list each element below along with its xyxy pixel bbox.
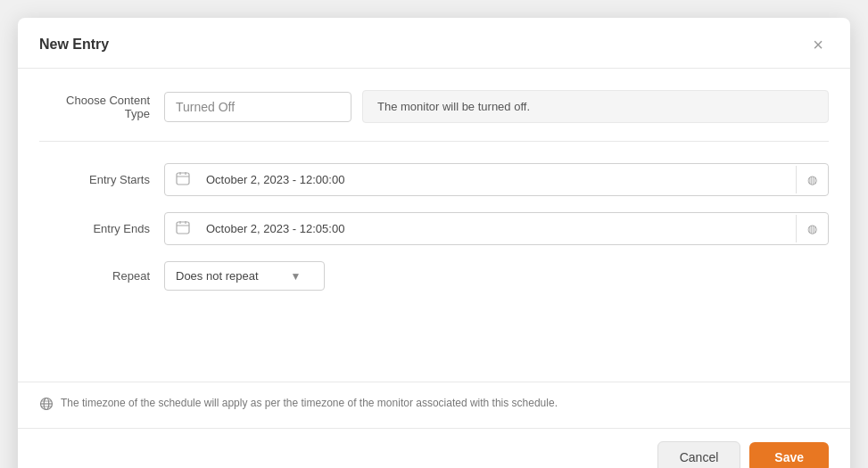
entry-starts-chevron[interactable]: ◍ [796,166,828,193]
entry-starts-value: October 2, 2023 - 12:00:00 [199,165,796,194]
entry-ends-value: October 2, 2023 - 12:05:00 [199,214,796,243]
content-type-description: The monitor will be turned off. [362,90,829,123]
entry-ends-field[interactable]: October 2, 2023 - 12:05:00 ◍ [164,212,829,245]
content-type-input[interactable] [164,92,351,122]
entry-starts-row: Entry Starts October 2, 2023 - 12:00:00 … [39,163,829,196]
entry-ends-row: Entry Ends October 2, 2023 - 12:05:00 ◍ [39,212,829,245]
modal-footer: Cancel Save [18,428,850,468]
timezone-note-text: The timezone of the schedule will apply … [61,397,558,409]
entry-ends-chevron[interactable]: ◍ [796,215,828,242]
new-entry-modal: New Entry × Choose Content Type The moni… [18,18,850,468]
repeat-select[interactable]: Does not repeat ▼ [164,261,325,291]
chevron-down-icon: ◍ [807,173,817,186]
repeat-row: Repeat Does not repeat ▼ [39,261,829,291]
calendar-icon-ends [165,213,199,244]
modal-body: Choose Content Type The monitor will be … [18,69,850,382]
repeat-chevron-icon: ▼ [291,270,302,283]
chevron-down-icon: ◍ [807,222,817,235]
repeat-value: Does not repeat [176,269,259,283]
entry-starts-label: Entry Starts [39,173,164,186]
content-type-label: Choose Content Type [39,94,164,120]
cancel-button[interactable]: Cancel [657,441,741,468]
close-button[interactable]: × [807,34,829,55]
modal-title: New Entry [39,37,109,53]
modal-header: New Entry × [18,18,850,69]
svg-rect-4 [177,222,189,234]
save-button[interactable]: Save [749,442,829,468]
calendar-icon-starts [165,164,199,195]
repeat-label: Repeat [39,269,164,283]
entry-ends-label: Entry Ends [39,222,164,235]
timezone-note: The timezone of the schedule will apply … [18,382,850,428]
entry-starts-field[interactable]: October 2, 2023 - 12:00:00 ◍ [164,163,829,196]
globe-icon [39,397,54,414]
svg-rect-0 [177,173,189,185]
content-type-row: Choose Content Type The monitor will be … [39,90,829,142]
